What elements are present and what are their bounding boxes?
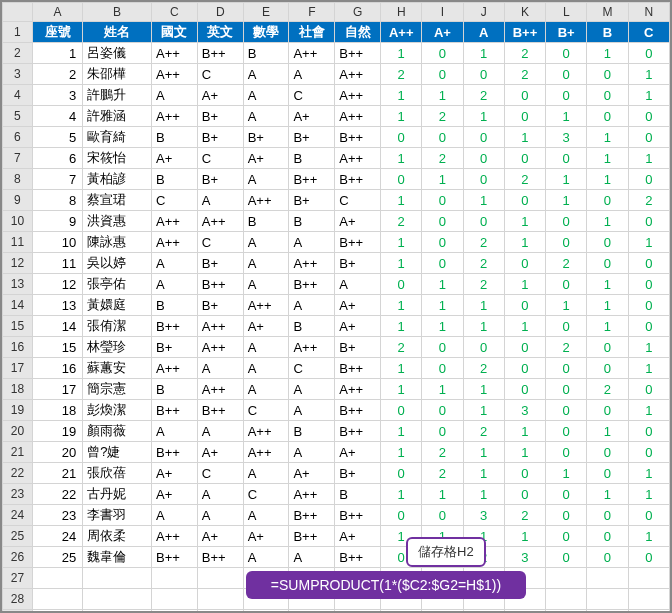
count-cell[interactable]: 0 (546, 232, 587, 253)
grade-cell[interactable]: B+ (197, 253, 243, 274)
seat-cell[interactable]: 16 (32, 358, 82, 379)
name-cell[interactable]: 洪資惠 (83, 211, 152, 232)
count-cell[interactable]: 0 (463, 148, 504, 169)
empty-cell[interactable] (628, 589, 669, 610)
grade-cell[interactable]: A (243, 232, 289, 253)
count-cell[interactable]: 1 (628, 337, 669, 358)
count-cell[interactable]: 1 (381, 421, 422, 442)
count-cell[interactable]: 0 (587, 358, 628, 379)
count-cell[interactable]: 0 (628, 421, 669, 442)
count-cell[interactable]: 0 (628, 274, 669, 295)
name-cell[interactable]: 許鵬升 (83, 85, 152, 106)
count-cell[interactable]: 0 (381, 463, 422, 484)
seat-cell[interactable]: 1 (32, 43, 82, 64)
count-cell[interactable]: 1 (628, 526, 669, 547)
count-cell[interactable]: 0 (587, 526, 628, 547)
count-cell[interactable]: 1 (422, 274, 463, 295)
count-cell[interactable]: 1 (628, 484, 669, 505)
count-cell[interactable]: 0 (628, 316, 669, 337)
count-cell[interactable]: 0 (504, 148, 545, 169)
count-cell[interactable]: 2 (587, 379, 628, 400)
count-cell[interactable]: 1 (546, 190, 587, 211)
count-cell[interactable]: 0 (381, 400, 422, 421)
grade-cell[interactable]: A (197, 421, 243, 442)
count-cell[interactable]: 0 (628, 253, 669, 274)
seat-cell[interactable]: 23 (32, 505, 82, 526)
grade-cell[interactable]: A (197, 190, 243, 211)
count-cell[interactable]: 0 (422, 232, 463, 253)
grade-cell[interactable]: A+ (197, 442, 243, 463)
count-cell[interactable]: 0 (587, 463, 628, 484)
name-cell[interactable]: 呂姿儀 (83, 43, 152, 64)
seat-cell[interactable]: 21 (32, 463, 82, 484)
header-cell[interactable]: 座號 (32, 22, 82, 43)
row-header-6[interactable]: 6 (3, 127, 33, 148)
name-cell[interactable]: 陳詠惠 (83, 232, 152, 253)
count-cell[interactable]: 0 (504, 85, 545, 106)
grade-cell[interactable]: A (289, 64, 335, 85)
count-cell[interactable]: 2 (381, 64, 422, 85)
column-header-E[interactable]: E (243, 3, 289, 22)
header-cell[interactable]: 自然 (335, 22, 381, 43)
count-cell[interactable]: 2 (381, 211, 422, 232)
column-header-H[interactable]: H (381, 3, 422, 22)
count-cell[interactable]: 1 (504, 442, 545, 463)
count-cell[interactable]: 0 (504, 106, 545, 127)
count-cell[interactable]: 0 (587, 190, 628, 211)
grade-cell[interactable]: A+ (289, 463, 335, 484)
grade-cell[interactable]: A++ (243, 190, 289, 211)
row-header-4[interactable]: 4 (3, 85, 33, 106)
grade-cell[interactable]: A+ (197, 526, 243, 547)
empty-cell[interactable] (83, 568, 152, 589)
grade-cell[interactable]: B+ (197, 295, 243, 316)
grade-cell[interactable]: A++ (197, 337, 243, 358)
header-cell[interactable]: 國文 (151, 22, 197, 43)
grade-cell[interactable]: A++ (335, 379, 381, 400)
grade-cell[interactable]: B++ (335, 43, 381, 64)
grade-cell[interactable]: A (243, 379, 289, 400)
count-cell[interactable]: 1 (381, 442, 422, 463)
count-cell[interactable]: 0 (546, 316, 587, 337)
count-cell[interactable]: 2 (504, 505, 545, 526)
count-cell[interactable]: 0 (546, 274, 587, 295)
corner-cell[interactable] (3, 3, 33, 22)
seat-cell[interactable]: 12 (32, 274, 82, 295)
grade-cell[interactable]: B (151, 379, 197, 400)
grade-cell[interactable]: B++ (289, 274, 335, 295)
grade-cell[interactable]: C (197, 148, 243, 169)
grade-cell[interactable]: A+ (243, 148, 289, 169)
count-cell[interactable]: 1 (587, 316, 628, 337)
count-cell[interactable]: 0 (587, 337, 628, 358)
count-cell[interactable]: 0 (504, 379, 545, 400)
count-cell[interactable]: 2 (422, 463, 463, 484)
grade-cell[interactable]: B (151, 295, 197, 316)
count-cell[interactable]: 2 (463, 253, 504, 274)
grade-cell[interactable]: B++ (151, 400, 197, 421)
grade-cell[interactable]: B++ (151, 547, 197, 568)
count-cell[interactable]: 0 (628, 547, 669, 568)
row-header-8[interactable]: 8 (3, 169, 33, 190)
count-cell[interactable]: 1 (587, 127, 628, 148)
grade-cell[interactable]: A++ (289, 43, 335, 64)
empty-cell[interactable] (504, 610, 545, 614)
grade-cell[interactable]: A++ (335, 64, 381, 85)
grade-cell[interactable]: C (151, 190, 197, 211)
grade-cell[interactable]: A (243, 64, 289, 85)
count-cell[interactable]: 0 (587, 547, 628, 568)
empty-cell[interactable] (628, 568, 669, 589)
count-cell[interactable]: 0 (546, 421, 587, 442)
empty-cell[interactable] (422, 610, 463, 614)
name-cell[interactable]: 朱邵樺 (83, 64, 152, 85)
row-header-19[interactable]: 19 (3, 400, 33, 421)
name-cell[interactable]: 許雅涵 (83, 106, 152, 127)
count-cell[interactable]: 0 (381, 274, 422, 295)
count-cell[interactable]: 1 (422, 295, 463, 316)
empty-cell[interactable] (197, 610, 243, 614)
grade-cell[interactable]: A+ (151, 484, 197, 505)
count-cell[interactable]: 0 (546, 43, 587, 64)
count-cell[interactable]: 1 (587, 169, 628, 190)
count-cell[interactable]: 1 (381, 148, 422, 169)
count-cell[interactable]: 0 (587, 64, 628, 85)
row-header-21[interactable]: 21 (3, 442, 33, 463)
header-cell[interactable]: 數學 (243, 22, 289, 43)
